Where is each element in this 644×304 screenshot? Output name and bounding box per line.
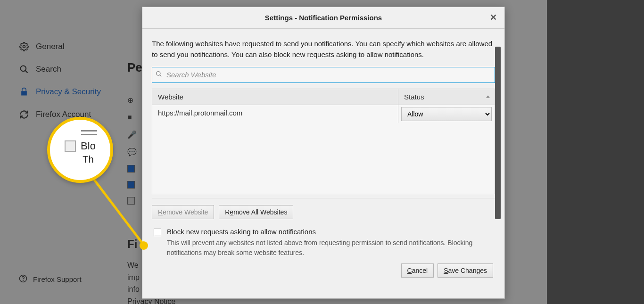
column-header-status[interactable]: Status (398, 89, 495, 105)
status-select[interactable]: Allow (401, 107, 492, 121)
website-cell: https://mail.protonmail.com (152, 105, 398, 123)
block-new-requests-checkbox[interactable] (154, 229, 161, 236)
table-row[interactable]: https://mail.protonmail.com Allow (152, 105, 495, 123)
dialog-scrollbar[interactable] (495, 47, 501, 219)
svg-line-6 (160, 74, 162, 76)
magnified-checkbox (65, 140, 76, 152)
block-help-text: This will prevent any websites not liste… (167, 238, 478, 258)
remove-website-button[interactable]: Remove Website (152, 205, 214, 219)
save-changes-button[interactable]: Save Changes (438, 263, 493, 278)
remove-all-websites-button[interactable]: Remove All Websites (219, 205, 293, 219)
block-new-requests-label: Block new requests asking to allow notif… (167, 228, 316, 236)
permissions-table: Website Status https://mail.protonmail.c… (152, 89, 495, 194)
close-button[interactable]: ✕ (487, 12, 499, 23)
close-icon: ✕ (490, 12, 497, 23)
svg-point-5 (157, 71, 160, 75)
notification-permissions-dialog: Settings - Notification Permissions ✕ Th… (142, 7, 505, 299)
dialog-title: Settings - Notification Permissions ✕ (142, 7, 504, 29)
magnifier-callout: Blo Th (47, 117, 113, 183)
column-header-website[interactable]: Website (152, 89, 398, 105)
cancel-button[interactable]: Cancel (401, 263, 434, 278)
search-icon (156, 71, 162, 79)
dialog-description: The following websites have requested to… (152, 38, 495, 60)
annotation-dot (140, 241, 148, 250)
search-website-input[interactable] (152, 67, 495, 83)
